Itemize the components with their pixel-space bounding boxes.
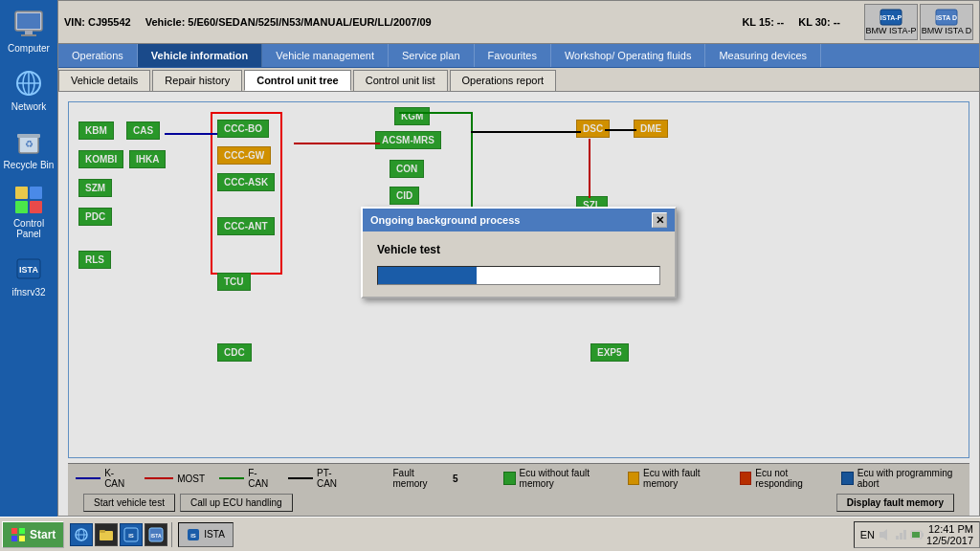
svg-rect-9 <box>17 134 40 138</box>
vehicle-value: 5/E60/SEDAN/525I/N53/MANUAL/EUR/LL/2007/… <box>188 16 431 28</box>
main-content: KBM CAS KOMBI IHKA SZM PDC RLS CCC-BO CC… <box>58 92 979 516</box>
quick-launch-ista[interactable]: IS <box>120 523 143 546</box>
svg-rect-23 <box>11 536 17 541</box>
date-display: 12/5/2017 <box>926 535 973 546</box>
title-bar: VIN: CJ95542 Vehicle: 5/E60/SEDAN/525I/N… <box>58 1 979 44</box>
svg-text:IS: IS <box>191 533 197 539</box>
vin-info: VIN: CJ95542 <box>64 16 131 28</box>
svg-text:ISTA: ISTA <box>19 265 38 275</box>
modal-body: Vehicle test <box>363 231 675 297</box>
tab-workshop[interactable]: Workshop/ Operating fluids <box>551 44 705 67</box>
locale-indicator: EN <box>860 529 875 540</box>
battery-icon <box>910 528 924 541</box>
quick-launch-folder[interactable] <box>95 523 118 546</box>
svg-rect-42 <box>912 532 920 538</box>
svg-text:♻: ♻ <box>25 139 33 149</box>
tab-repair-history[interactable]: Repair history <box>152 70 242 91</box>
svg-text:ISTA-P: ISTA-P <box>880 14 902 21</box>
modal-overlay: Ongoing background process ✕ Vehicle tes… <box>58 92 979 516</box>
progress-bar <box>378 267 477 284</box>
modal-title-text: Ongoing background process <box>370 214 520 226</box>
tab-service-plan[interactable]: Service plan <box>389 44 475 67</box>
kl30-info: KL 30: -- <box>798 16 840 28</box>
svg-rect-41 <box>922 533 924 537</box>
svg-text:IS: IS <box>129 533 135 539</box>
computer-icon <box>13 10 44 40</box>
tab-vehicle-details[interactable]: Vehicle details <box>58 70 150 91</box>
svg-marker-36 <box>880 529 887 540</box>
svg-rect-11 <box>15 187 28 199</box>
modal-title-bar: Ongoing background process ✕ <box>363 209 675 231</box>
recycle-label: Recycle Bin <box>4 160 55 170</box>
desktop-icon-ifnsrv[interactable]: ISTA ifnsrv32 <box>3 253 55 298</box>
kl15-info: KL 15: -- <box>742 16 784 28</box>
modal-dialog: Ongoing background process ✕ Vehicle tes… <box>361 207 677 298</box>
desktop-icon-computer[interactable]: Computer <box>3 10 55 54</box>
control-panel-label: Control Panel <box>3 218 55 239</box>
app-window: VIN: CJ95542 Vehicle: 5/E60/SEDAN/525I/N… <box>57 0 980 517</box>
progress-container <box>377 266 660 285</box>
network-icon <box>13 68 44 99</box>
svg-rect-39 <box>903 530 906 540</box>
tab-control-unit-tree[interactable]: Control unit tree <box>244 70 351 91</box>
nav-tabs-secondary: Vehicle details Repair history Control u… <box>58 68 979 92</box>
start-button[interactable]: Start <box>2 521 64 548</box>
svg-rect-12 <box>30 187 42 199</box>
recycle-icon: ♻ <box>13 126 44 157</box>
nav-tabs-primary: Operations Vehicle information Vehicle m… <box>58 44 979 68</box>
modal-body-title: Vehicle test <box>377 243 660 256</box>
bmw-ista-d-btn[interactable]: ISTA D BMW ISTA D <box>920 4 973 40</box>
tab-operations[interactable]: Operations <box>58 44 138 67</box>
network-tray-icon <box>894 528 907 541</box>
system-tray: EN 12:41 PM 12/5/2017 <box>854 521 980 548</box>
taskbar: Start IS ISTA IS ISTA EN <box>0 517 980 551</box>
svg-rect-14 <box>30 201 42 213</box>
tab-favourites[interactable]: Favourites <box>475 44 551 67</box>
tab-measuring[interactable]: Measuring devices <box>705 44 821 67</box>
svg-rect-21 <box>11 528 17 534</box>
svg-rect-22 <box>19 528 25 534</box>
svg-rect-1 <box>17 13 40 29</box>
modal-close-button[interactable]: ✕ <box>652 212 667 228</box>
taskbar-ista-item[interactable]: IS ISTA <box>178 522 233 547</box>
svg-text:ISTA: ISTA <box>151 533 162 539</box>
svg-text:ISTA D: ISTA D <box>936 14 957 21</box>
vehicle-info: Vehicle: 5/E60/SEDAN/525I/N53/MANUAL/EUR… <box>145 16 432 28</box>
time-display: 12:41 PM <box>926 523 973 535</box>
desktop: Computer Network ♻ Recycle Bin <box>0 0 57 517</box>
bmw-ista-p-btn[interactable]: ISTA-P BMW ISTA-P <box>864 4 918 40</box>
tab-control-unit-list[interactable]: Control unit list <box>353 70 448 91</box>
ifnsrv-icon: ISTA <box>13 253 44 284</box>
control-panel-icon <box>13 185 44 215</box>
network-label: Network <box>11 101 47 112</box>
desktop-icon-control-panel[interactable]: Control Panel <box>3 185 55 239</box>
vin-value: CJ95542 <box>88 16 131 28</box>
svg-rect-13 <box>15 201 28 213</box>
svg-rect-2 <box>25 31 33 34</box>
svg-rect-29 <box>100 530 105 533</box>
taskbar-items: IS ISTA IS ISTA <box>66 520 853 549</box>
quick-launch-ista2[interactable]: ISTA <box>145 523 167 546</box>
taskbar-item-label: ISTA <box>204 529 224 540</box>
tab-vehicle-info[interactable]: Vehicle information <box>138 44 262 67</box>
start-label: Start <box>30 528 56 541</box>
svg-rect-3 <box>21 34 36 36</box>
desktop-icon-network[interactable]: Network <box>3 68 55 112</box>
kl30-value: -- <box>834 16 840 28</box>
svg-rect-38 <box>900 533 902 540</box>
svg-rect-37 <box>896 536 899 540</box>
clock: 12:41 PM 12/5/2017 <box>926 523 973 546</box>
volume-icon <box>878 528 891 541</box>
ifnsrv-label: ifnsrv32 <box>11 287 45 298</box>
tab-vehicle-mgmt[interactable]: Vehicle management <box>262 44 389 67</box>
tab-operations-report[interactable]: Operations report <box>450 70 557 91</box>
computer-label: Computer <box>8 43 50 54</box>
quick-launch-ie[interactable] <box>70 523 93 546</box>
svg-rect-24 <box>19 536 25 541</box>
desktop-icon-recycle[interactable]: ♻ Recycle Bin <box>3 126 55 170</box>
kl15-value: -- <box>777 16 784 28</box>
